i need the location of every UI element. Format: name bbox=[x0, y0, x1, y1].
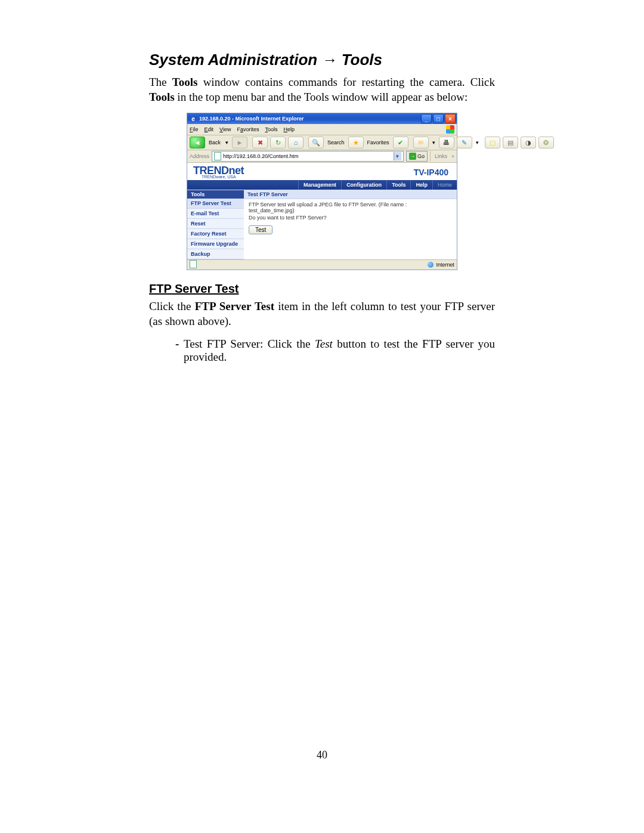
refresh-button[interactable]: ↻ bbox=[270, 137, 286, 148]
tab-tools[interactable]: Tools bbox=[386, 180, 410, 190]
links-chevron[interactable]: » bbox=[451, 153, 454, 159]
page-number: 40 bbox=[0, 749, 644, 761]
camera-body: Tools FTP Server Test E-mail Test Reset … bbox=[187, 190, 457, 259]
ie-window: e 192.168.0.20 - Microsoft Internet Expl… bbox=[187, 113, 457, 270]
section-title: System Administration → Tools bbox=[149, 51, 495, 69]
minimize-button[interactable]: _ bbox=[421, 114, 432, 123]
web-page: TRENDnet TRENDware, USA TV-IP400 Managem… bbox=[187, 163, 457, 259]
text: Click the bbox=[263, 337, 315, 350]
main-panel: Test FTP Server FTP Server test will upl… bbox=[244, 190, 457, 240]
internet-zone-icon bbox=[428, 262, 434, 268]
address-label: Address bbox=[190, 153, 209, 159]
search-label: Search bbox=[327, 140, 345, 145]
menu-edit[interactable]: Edit bbox=[205, 126, 214, 132]
separator bbox=[430, 151, 431, 162]
go-label: Go bbox=[417, 153, 425, 159]
status-left bbox=[190, 260, 198, 270]
bullet-text: Test FTP Server: Click the Test button t… bbox=[184, 337, 495, 364]
links-label[interactable]: Links bbox=[433, 153, 449, 159]
text: window contains commands for restarting … bbox=[197, 76, 495, 88]
window-title: 192.168.0.20 - Microsoft Internet Explor… bbox=[199, 116, 421, 122]
address-bar: Address http://192.168.0.20/Content.htm … bbox=[187, 150, 457, 163]
text-bold: Tools bbox=[149, 91, 175, 103]
text: The bbox=[149, 76, 172, 88]
go-button[interactable]: → Go bbox=[406, 151, 428, 162]
back-dropdown[interactable]: ▾ bbox=[225, 140, 228, 145]
text-bold: Test FTP Server: bbox=[184, 337, 263, 350]
status-zone: Internet bbox=[436, 262, 454, 268]
toolbar: ◄ Back ▾ ► ✖ ↻ ⌂ 🔍 Search ★ Favorites ✔ … bbox=[187, 135, 457, 150]
tools-sidebar: Tools FTP Server Test E-mail Test Reset … bbox=[187, 190, 244, 259]
menu-tools[interactable]: Tools bbox=[265, 126, 277, 132]
text-bold: Tools bbox=[172, 76, 198, 88]
bullet-dash: - bbox=[175, 337, 184, 364]
search-button[interactable]: 🔍 bbox=[308, 137, 324, 148]
tab-home[interactable]: Home bbox=[432, 180, 457, 190]
menu-help[interactable]: Help bbox=[283, 126, 295, 132]
sidebar-item-backup[interactable]: Backup bbox=[187, 249, 244, 259]
sidebar-item-factory-reset[interactable]: Factory Reset bbox=[187, 229, 244, 239]
intro-paragraph: The Tools window contains commands for r… bbox=[149, 75, 495, 104]
panel-text-1: FTP Server test will upload a JPEG file … bbox=[249, 202, 452, 213]
tab-management[interactable]: Management bbox=[298, 180, 341, 190]
nav-tabs: Management Configuration Tools Help Home bbox=[187, 180, 457, 190]
tab-help[interactable]: Help bbox=[410, 180, 432, 190]
media-button[interactable]: ✔ bbox=[393, 137, 408, 148]
go-arrow-icon: → bbox=[409, 153, 416, 160]
menu-file[interactable]: File bbox=[190, 126, 199, 132]
print-button[interactable]: 🖶 bbox=[439, 137, 454, 148]
back-label: Back bbox=[209, 140, 221, 145]
ie-icon: e bbox=[190, 115, 197, 122]
panel-body: FTP Server test will upload a JPEG file … bbox=[244, 199, 457, 240]
sidebar-item-firmware-upgrade[interactable]: Firmware Upgrade bbox=[187, 239, 244, 249]
close-button[interactable]: × bbox=[445, 114, 456, 123]
model-label: TV-IP400 bbox=[414, 168, 448, 177]
windows-flag-icon bbox=[446, 125, 454, 134]
address-field[interactable]: http://192.168.0.20/Content.htm ▾ bbox=[212, 151, 404, 162]
sidebar-item-email-test[interactable]: E-mail Test bbox=[187, 209, 244, 219]
text: Click the bbox=[149, 300, 195, 312]
text-italic: Test bbox=[315, 337, 333, 350]
window-titlebar: e 192.168.0.20 - Microsoft Internet Expl… bbox=[187, 113, 457, 124]
text: in the top menu bar and the Tools window… bbox=[175, 91, 468, 103]
ftp-paragraph: Click the FTP Server Test item in the le… bbox=[149, 299, 495, 329]
brand-logo: TRENDnet TRENDware, USA bbox=[193, 165, 244, 179]
favorites-label: Favorites bbox=[367, 140, 389, 145]
history-button[interactable]: ✉ bbox=[413, 137, 429, 148]
menu-view[interactable]: View bbox=[219, 126, 231, 132]
status-bar: Internet bbox=[187, 259, 457, 270]
sidebar-item-reset[interactable]: Reset bbox=[187, 219, 244, 229]
panel-text-2: Do you want to test FTP Server? bbox=[249, 215, 452, 221]
toolbar-icon[interactable]: ▤ bbox=[503, 137, 518, 148]
text-bold: FTP Server Test bbox=[195, 300, 274, 312]
maximize-button[interactable]: □ bbox=[433, 114, 444, 123]
tab-configuration[interactable]: Configuration bbox=[341, 180, 386, 190]
document-page: System Administration → Tools The Tools … bbox=[0, 0, 644, 833]
menu-favorites[interactable]: Favorites bbox=[237, 126, 259, 132]
edit-button[interactable]: ✎ bbox=[457, 137, 472, 148]
stop-button[interactable]: ✖ bbox=[252, 137, 268, 148]
address-value: http://192.168.0.20/Content.htm bbox=[223, 153, 299, 159]
sidebar-item-ftp-server-test[interactable]: FTP Server Test bbox=[187, 199, 244, 209]
subsection-title: FTP Server Test bbox=[149, 282, 495, 296]
dropdown-icon[interactable]: ▾ bbox=[432, 140, 435, 145]
sidebar-header: Tools bbox=[187, 190, 244, 199]
test-button[interactable]: Test bbox=[249, 225, 273, 234]
menu-bar: File Edit View Favorites Tools Help bbox=[187, 124, 457, 135]
toolbar-icon[interactable]: ❂ bbox=[538, 137, 554, 148]
page-icon bbox=[214, 152, 221, 160]
home-button[interactable]: ⌂ bbox=[288, 137, 304, 148]
dropdown-icon[interactable]: ▾ bbox=[476, 140, 479, 145]
toolbar-icon[interactable]: ▢ bbox=[485, 137, 500, 148]
panel-header: Test FTP Server bbox=[244, 190, 457, 199]
toolbar-icon[interactable]: ◑ bbox=[521, 137, 536, 148]
bullet-item: - Test FTP Server: Click the Test button… bbox=[175, 337, 495, 364]
favorites-button[interactable]: ★ bbox=[348, 137, 364, 148]
address-dropdown[interactable]: ▾ bbox=[394, 152, 401, 160]
brand-bar: TRENDnet TRENDware, USA TV-IP400 bbox=[187, 163, 457, 180]
back-button[interactable]: ◄ bbox=[190, 137, 205, 148]
forward-button[interactable]: ► bbox=[232, 137, 247, 148]
